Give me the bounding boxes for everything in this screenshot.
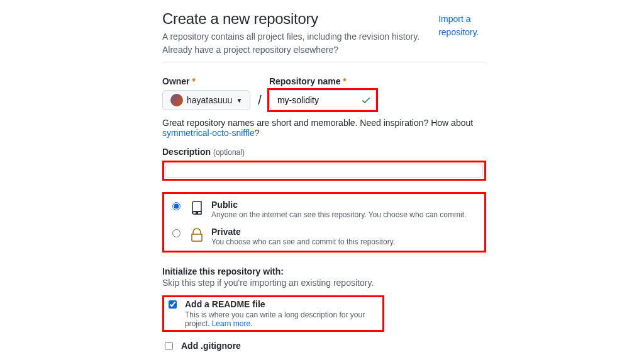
readme-highlight: Add a README file This is where you can … bbox=[162, 295, 384, 332]
visibility-private-radio[interactable] bbox=[172, 229, 180, 237]
visibility-public-desc: Anyone on the internet can see this repo… bbox=[211, 210, 466, 219]
gitignore-row: Add .gitignore Choose which files not to… bbox=[162, 341, 486, 352]
import-repository-link[interactable]: Import a repository. bbox=[438, 14, 479, 37]
page-title: Create a new repository bbox=[162, 10, 438, 28]
repo-name-input[interactable] bbox=[269, 90, 376, 110]
readme-title: Add a README file bbox=[185, 299, 379, 309]
visibility-public-title: Public bbox=[211, 200, 466, 210]
repo-name-label: Repository name * bbox=[269, 76, 376, 86]
repo-icon bbox=[189, 200, 205, 216]
suggestion-link[interactable]: symmetrical-octo-sniffle bbox=[162, 128, 255, 138]
gitignore-checkbox[interactable] bbox=[165, 342, 173, 350]
description-input[interactable] bbox=[165, 164, 483, 178]
owner-label: Owner * bbox=[162, 76, 250, 86]
avatar bbox=[170, 94, 183, 106]
gitignore-title: Add .gitignore bbox=[181, 341, 406, 351]
slash-separator: / bbox=[258, 93, 262, 108]
initialize-sub: Skip this step if you're importing an ex… bbox=[162, 278, 486, 288]
readme-desc: This is where you can write a long descr… bbox=[185, 310, 379, 328]
repo-name-highlight bbox=[269, 90, 376, 110]
visibility-private-desc: You choose who can see and commit to thi… bbox=[211, 237, 395, 246]
caret-down-icon: ▼ bbox=[236, 97, 242, 104]
visibility-highlight: Public Anyone on the internet can see th… bbox=[162, 192, 486, 253]
check-icon bbox=[361, 95, 371, 105]
page-subtitle: A repository contains all project files,… bbox=[162, 30, 438, 57]
name-hint: Great repository names are short and mem… bbox=[162, 118, 486, 138]
visibility-public-row[interactable]: Public Anyone on the internet can see th… bbox=[168, 196, 480, 223]
description-highlight bbox=[162, 161, 486, 181]
initialize-heading: Initialize this repository with: bbox=[162, 266, 486, 276]
description-label: Description (optional) bbox=[162, 147, 245, 157]
page-header: Create a new repository A repository con… bbox=[162, 10, 486, 62]
lock-icon bbox=[189, 227, 205, 243]
readme-checkbox[interactable] bbox=[169, 300, 177, 309]
visibility-public-radio[interactable] bbox=[172, 202, 180, 210]
visibility-private-row[interactable]: Private You choose who can see and commi… bbox=[168, 223, 480, 250]
readme-learn-link[interactable]: Learn more. bbox=[212, 319, 253, 328]
owner-name: hayatasuuu bbox=[187, 95, 232, 105]
owner-select-button[interactable]: hayatasuuu ▼ bbox=[162, 90, 250, 110]
visibility-private-title: Private bbox=[211, 227, 395, 237]
